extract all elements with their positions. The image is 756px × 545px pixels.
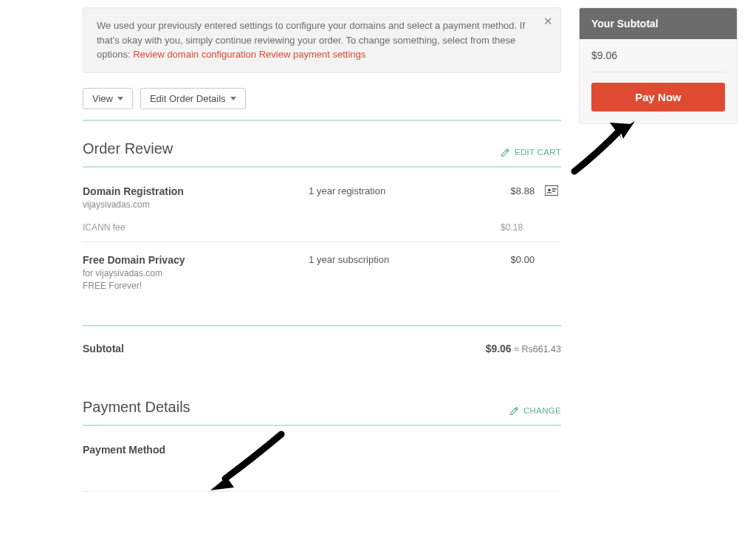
close-icon[interactable]: ✕ (543, 16, 553, 27)
item-term: 1 year subscription (309, 254, 442, 292)
item-price: $8.88 (449, 185, 535, 211)
review-payment-settings-link[interactable]: Review payment settings (259, 49, 366, 60)
order-review-header: Order Review EDIT CART (83, 121, 561, 166)
edit-order-details-dropdown[interactable]: Edit Order Details (140, 88, 246, 109)
caret-down-icon (230, 97, 236, 100)
order-review-title: Order Review (83, 140, 173, 157)
line-item: Free Domain Privacy for vijaysivadas.com… (83, 241, 561, 319)
item-title: Free Domain Privacy (83, 254, 303, 266)
item-sub: vijaysivadas.com (83, 199, 303, 211)
edit-cart-label: EDIT CART (515, 148, 561, 157)
fee-row: ICANN fee $0.18 (83, 219, 561, 241)
svg-rect-2 (552, 188, 557, 190)
edit-order-label: Edit Order Details (150, 93, 226, 104)
pencil-icon (501, 148, 510, 157)
review-domain-config-link[interactable]: Review domain configuration (133, 49, 256, 60)
line-item-group: Domain Registration vijaysivadas.com 1 y… (83, 174, 561, 242)
fee-label: ICANN fee (83, 222, 303, 233)
fee-price: $0.18 (437, 222, 523, 233)
subtotal-amount: $9.06 (591, 49, 725, 61)
item-term: 1 year registration (309, 185, 442, 211)
payment-details-header: Payment Details CHANGE (83, 371, 561, 425)
svg-point-1 (548, 188, 551, 191)
id-card-icon (540, 185, 558, 211)
item-title: Domain Registration (83, 185, 303, 197)
payment-method-label: Payment Method (83, 426, 561, 491)
pencil-icon (509, 406, 519, 416)
subtotal-label: Subtotal (83, 343, 124, 354)
order-toolbar: View Edit Order Details (83, 88, 561, 109)
subtotal-price: $9.06 (486, 343, 512, 354)
view-label: View (92, 93, 113, 104)
caret-down-icon (117, 97, 123, 100)
item-sub: for vijaysivadas.com FREE Forever! (83, 267, 303, 292)
edit-cart-link[interactable]: EDIT CART (501, 148, 561, 157)
svg-rect-0 (545, 185, 558, 196)
order-items: Domain Registration vijaysivadas.com 1 y… (83, 168, 561, 325)
pay-now-button[interactable]: Pay Now (591, 83, 725, 112)
divider (591, 72, 725, 72)
line-item: Domain Registration vijaysivadas.com 1 y… (83, 174, 561, 220)
payment-details-title: Payment Details (83, 399, 190, 416)
subtotal-approx: ≈ Rs661.43 (512, 344, 561, 354)
subtotal-panel-title: Your Subtotal (580, 8, 737, 39)
item-price: $0.00 (449, 254, 535, 292)
svg-rect-3 (552, 191, 556, 192)
view-dropdown[interactable]: View (83, 88, 133, 109)
change-label: CHANGE (523, 406, 561, 415)
change-link[interactable]: CHANGE (509, 406, 561, 416)
subtotal-panel: Your Subtotal $9.06 Pay Now (579, 7, 738, 124)
subtotal-row: Subtotal $9.06 ≈ Rs661.43 (83, 326, 561, 371)
configuration-notice: We used your previously entered settings… (83, 7, 561, 73)
divider (83, 491, 561, 492)
